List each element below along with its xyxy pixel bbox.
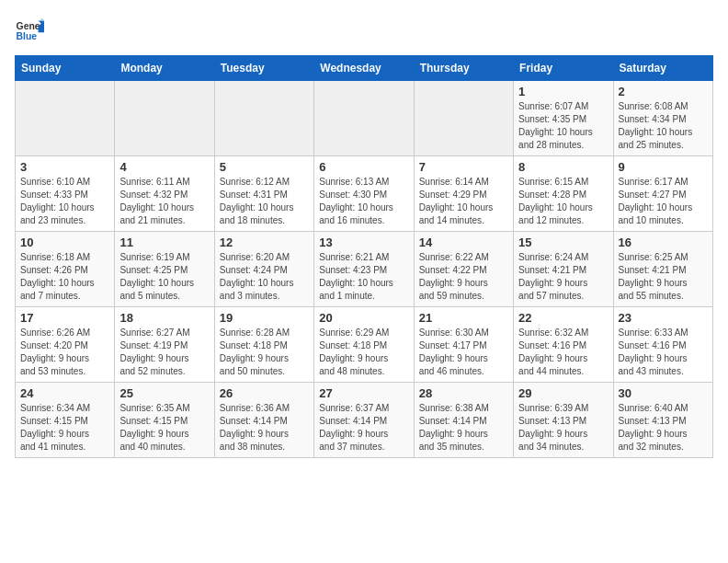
day-detail: Sunrise: 6:26 AMSunset: 4:20 PMDaylight:… <box>20 327 109 378</box>
week-row-3: 10Sunrise: 6:18 AMSunset: 4:26 PMDayligh… <box>16 232 713 307</box>
calendar-cell <box>314 81 414 156</box>
day-number: 30 <box>619 386 708 400</box>
calendar-cell: 17Sunrise: 6:26 AMSunset: 4:20 PMDayligh… <box>16 307 115 383</box>
day-detail: Sunrise: 6:38 AMSunset: 4:14 PMDaylight:… <box>419 402 508 454</box>
day-detail: Sunrise: 6:20 AMSunset: 4:24 PMDaylight:… <box>220 251 309 303</box>
calendar-body: 1Sunrise: 6:07 AMSunset: 4:35 PMDaylight… <box>16 81 713 458</box>
header-cell-thursday: Thursday <box>414 56 513 81</box>
calendar-cell: 21Sunrise: 6:30 AMSunset: 4:17 PMDayligh… <box>414 307 513 383</box>
header-cell-saturday: Saturday <box>613 56 712 81</box>
calendar-cell: 3Sunrise: 6:10 AMSunset: 4:33 PMDaylight… <box>16 156 115 232</box>
day-detail: Sunrise: 6:21 AMSunset: 4:23 PMDaylight:… <box>319 251 408 303</box>
day-detail: Sunrise: 6:12 AMSunset: 4:31 PMDaylight:… <box>220 176 309 227</box>
day-number: 6 <box>319 160 408 174</box>
day-number: 5 <box>220 160 309 174</box>
calendar-cell: 30Sunrise: 6:40 AMSunset: 4:13 PMDayligh… <box>613 383 712 458</box>
calendar-header: SundayMondayTuesdayWednesdayThursdayFrid… <box>16 56 713 81</box>
calendar-cell: 11Sunrise: 6:19 AMSunset: 4:25 PMDayligh… <box>115 232 214 307</box>
day-number: 19 <box>220 311 309 325</box>
calendar-cell: 28Sunrise: 6:38 AMSunset: 4:14 PMDayligh… <box>414 383 513 458</box>
day-detail: Sunrise: 6:24 AMSunset: 4:21 PMDaylight:… <box>518 251 608 303</box>
header-cell-sunday: Sunday <box>16 56 115 81</box>
calendar-cell: 6Sunrise: 6:13 AMSunset: 4:30 PMDaylight… <box>314 156 414 232</box>
day-number: 17 <box>20 311 109 325</box>
day-detail: Sunrise: 6:32 AMSunset: 4:16 PMDaylight:… <box>518 327 608 378</box>
week-row-5: 24Sunrise: 6:34 AMSunset: 4:15 PMDayligh… <box>16 383 713 458</box>
day-number: 16 <box>619 236 708 249</box>
calendar-cell: 4Sunrise: 6:11 AMSunset: 4:32 PMDaylight… <box>115 156 214 232</box>
calendar-cell <box>115 81 214 156</box>
page-header: General Blue <box>15 15 713 44</box>
week-row-2: 3Sunrise: 6:10 AMSunset: 4:33 PMDaylight… <box>16 156 713 232</box>
day-number: 10 <box>20 236 109 249</box>
week-row-1: 1Sunrise: 6:07 AMSunset: 4:35 PMDaylight… <box>16 81 713 156</box>
calendar-cell: 16Sunrise: 6:25 AMSunset: 4:21 PMDayligh… <box>613 232 712 307</box>
calendar-cell: 10Sunrise: 6:18 AMSunset: 4:26 PMDayligh… <box>16 232 115 307</box>
day-detail: Sunrise: 6:17 AMSunset: 4:27 PMDaylight:… <box>619 176 708 227</box>
day-number: 29 <box>518 386 608 400</box>
calendar-cell: 24Sunrise: 6:34 AMSunset: 4:15 PMDayligh… <box>16 383 115 458</box>
calendar-cell: 8Sunrise: 6:15 AMSunset: 4:28 PMDaylight… <box>514 156 613 232</box>
day-number: 22 <box>518 311 608 325</box>
day-number: 20 <box>319 311 408 325</box>
day-number: 9 <box>619 160 708 174</box>
day-detail: Sunrise: 6:33 AMSunset: 4:16 PMDaylight:… <box>619 327 708 378</box>
day-number: 11 <box>119 236 209 249</box>
calendar-cell: 9Sunrise: 6:17 AMSunset: 4:27 PMDaylight… <box>613 156 712 232</box>
day-number: 18 <box>119 311 209 325</box>
calendar-cell: 19Sunrise: 6:28 AMSunset: 4:18 PMDayligh… <box>214 307 313 383</box>
day-detail: Sunrise: 6:30 AMSunset: 4:17 PMDaylight:… <box>419 327 508 378</box>
day-detail: Sunrise: 6:35 AMSunset: 4:15 PMDaylight:… <box>119 402 209 454</box>
calendar-cell: 7Sunrise: 6:14 AMSunset: 4:29 PMDaylight… <box>414 156 513 232</box>
calendar-cell: 22Sunrise: 6:32 AMSunset: 4:16 PMDayligh… <box>514 307 613 383</box>
day-number: 3 <box>20 160 109 174</box>
calendar-cell: 5Sunrise: 6:12 AMSunset: 4:31 PMDaylight… <box>214 156 313 232</box>
day-detail: Sunrise: 6:19 AMSunset: 4:25 PMDaylight:… <box>119 251 209 303</box>
calendar-cell: 2Sunrise: 6:08 AMSunset: 4:34 PMDaylight… <box>613 81 712 156</box>
day-number: 13 <box>319 236 408 249</box>
day-number: 23 <box>619 311 708 325</box>
day-detail: Sunrise: 6:22 AMSunset: 4:22 PMDaylight:… <box>419 251 508 303</box>
day-number: 1 <box>518 85 608 98</box>
day-number: 25 <box>119 386 209 400</box>
calendar-cell <box>16 81 115 156</box>
calendar-cell: 20Sunrise: 6:29 AMSunset: 4:18 PMDayligh… <box>314 307 414 383</box>
day-detail: Sunrise: 6:34 AMSunset: 4:15 PMDaylight:… <box>20 402 109 454</box>
day-number: 24 <box>20 386 109 400</box>
day-number: 15 <box>518 236 608 249</box>
calendar-cell <box>414 81 513 156</box>
day-detail: Sunrise: 6:29 AMSunset: 4:18 PMDaylight:… <box>319 327 408 378</box>
header-row: SundayMondayTuesdayWednesdayThursdayFrid… <box>16 56 713 81</box>
svg-text:Blue: Blue <box>17 31 38 41</box>
calendar-table: SundayMondayTuesdayWednesdayThursdayFrid… <box>15 55 713 458</box>
calendar-cell: 13Sunrise: 6:21 AMSunset: 4:23 PMDayligh… <box>314 232 414 307</box>
logo-icon: General Blue <box>15 15 44 44</box>
day-number: 7 <box>419 160 508 174</box>
calendar-cell: 12Sunrise: 6:20 AMSunset: 4:24 PMDayligh… <box>214 232 313 307</box>
day-detail: Sunrise: 6:15 AMSunset: 4:28 PMDaylight:… <box>518 176 608 227</box>
day-detail: Sunrise: 6:27 AMSunset: 4:19 PMDaylight:… <box>119 327 209 378</box>
header-cell-monday: Monday <box>115 56 214 81</box>
day-number: 4 <box>119 160 209 174</box>
day-detail: Sunrise: 6:39 AMSunset: 4:13 PMDaylight:… <box>518 402 608 454</box>
day-detail: Sunrise: 6:36 AMSunset: 4:14 PMDaylight:… <box>220 402 309 454</box>
day-detail: Sunrise: 6:40 AMSunset: 4:13 PMDaylight:… <box>619 402 708 454</box>
calendar-cell: 14Sunrise: 6:22 AMSunset: 4:22 PMDayligh… <box>414 232 513 307</box>
calendar-cell: 18Sunrise: 6:27 AMSunset: 4:19 PMDayligh… <box>115 307 214 383</box>
calendar-cell <box>214 81 313 156</box>
header-cell-wednesday: Wednesday <box>314 56 414 81</box>
day-detail: Sunrise: 6:08 AMSunset: 4:34 PMDaylight:… <box>619 100 708 152</box>
header-cell-friday: Friday <box>514 56 613 81</box>
calendar-cell: 26Sunrise: 6:36 AMSunset: 4:14 PMDayligh… <box>214 383 313 458</box>
logo: General Blue <box>15 15 44 44</box>
day-number: 14 <box>419 236 508 249</box>
day-detail: Sunrise: 6:13 AMSunset: 4:30 PMDaylight:… <box>319 176 408 227</box>
calendar-cell: 15Sunrise: 6:24 AMSunset: 4:21 PMDayligh… <box>514 232 613 307</box>
day-detail: Sunrise: 6:37 AMSunset: 4:14 PMDaylight:… <box>319 402 408 454</box>
day-detail: Sunrise: 6:11 AMSunset: 4:32 PMDaylight:… <box>119 176 209 227</box>
day-number: 2 <box>619 85 708 98</box>
calendar-cell: 25Sunrise: 6:35 AMSunset: 4:15 PMDayligh… <box>115 383 214 458</box>
calendar-cell: 23Sunrise: 6:33 AMSunset: 4:16 PMDayligh… <box>613 307 712 383</box>
day-detail: Sunrise: 6:10 AMSunset: 4:33 PMDaylight:… <box>20 176 109 227</box>
header-cell-tuesday: Tuesday <box>214 56 313 81</box>
